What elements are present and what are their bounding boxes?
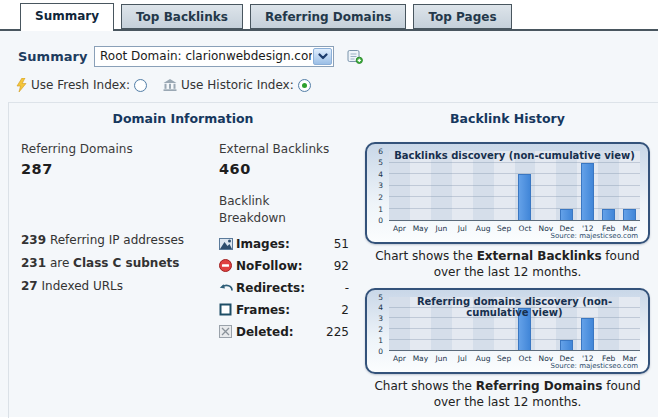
deleted-icon xyxy=(219,325,236,338)
chevron-down-icon[interactable] xyxy=(313,48,332,65)
chart-bar xyxy=(560,340,573,351)
breakdown-row: Redirects:- xyxy=(219,281,349,295)
backlink-history-column: Backlink History 6543210Backlinks discov… xyxy=(357,103,658,418)
breakdown-value: 2 xyxy=(341,303,349,317)
chart-source: Source: majesticseo.com xyxy=(551,362,638,370)
plot-area xyxy=(389,151,640,221)
y-axis: 6543210 xyxy=(367,151,386,221)
frames-icon xyxy=(219,303,236,316)
referring-domains-chart: 543210Referring domains discovery (non-c… xyxy=(365,288,650,374)
stat-line: 231 are Class C subnets xyxy=(21,256,219,270)
backlink-breakdown-list: Images:51NoFollow:92Redirects:-Frames:2D… xyxy=(219,237,357,339)
referring-domains-value: 287 xyxy=(21,161,219,177)
breakdown-row: Images:51 xyxy=(219,237,349,251)
lightning-icon xyxy=(16,78,27,92)
domain-information-title: Domain Information xyxy=(9,111,357,126)
y-axis: 543210 xyxy=(367,297,386,351)
fresh-index-label: Use Fresh Index: xyxy=(31,78,130,92)
breakdown-value: 92 xyxy=(334,259,349,273)
chart-title: Referring domains discovery (non-cumulat… xyxy=(389,296,640,318)
tab-top-backlinks[interactable]: Top Backlinks xyxy=(121,4,243,29)
breakdown-row: Deleted:225 xyxy=(219,325,349,339)
root-domain-select[interactable]: Root Domain: clarionwebdesign.com xyxy=(94,46,334,67)
chart-caption: Chart shows the External Backlinks found… xyxy=(373,249,642,280)
referring-domains-stat: Referring Domains 287 xyxy=(21,142,219,177)
tab-bar: SummaryTop BacklinksReferring DomainsTop… xyxy=(0,0,658,31)
fresh-index-radio[interactable] xyxy=(134,79,147,92)
breakdown-label: NoFollow: xyxy=(236,259,303,273)
chart-bar xyxy=(518,174,531,220)
stat-line: 27 Indexed URLs xyxy=(21,279,219,293)
breakdown-label: Deleted: xyxy=(236,325,294,339)
root-domain-select-value: Root Domain: clarionwebdesign.com xyxy=(95,49,312,63)
breakdown-value: - xyxy=(345,281,349,295)
index-toggle-row: Use Fresh Index: Use Historic Index: xyxy=(16,76,658,94)
create-report-icon[interactable] xyxy=(347,49,363,64)
chart-bar xyxy=(602,209,615,221)
external-backlinks-chart: 6543210Backlinks discovery (non-cumulati… xyxy=(365,142,650,244)
historic-index-label: Use Historic Index: xyxy=(181,78,294,92)
chart-bar xyxy=(623,209,636,221)
chart-caption: Chart shows the Referring Domains found … xyxy=(373,379,642,410)
summary-section-label: Summary xyxy=(18,49,78,64)
breakdown-row: Frames:2 xyxy=(219,303,349,317)
report-columns: Domain Information Referring Domains 287… xyxy=(8,102,658,418)
breakdown-row: NoFollow:92 xyxy=(219,259,349,273)
referring-domains-label: Referring Domains xyxy=(21,142,219,156)
backlink-breakdown-title: Backlink Breakdown xyxy=(219,193,299,228)
external-backlinks-label: External Backlinks xyxy=(219,142,357,156)
chart-bar xyxy=(560,209,573,221)
breakdown-label: Redirects: xyxy=(236,281,305,295)
summary-report: Summary Root Domain: clarionwebdesign.co… xyxy=(0,31,658,417)
breakdown-value: 51 xyxy=(334,237,349,251)
chart-bar xyxy=(581,163,594,221)
tab-summary[interactable]: Summary xyxy=(20,3,114,31)
ip-stats: 239 Referring IP addresses231 are Class … xyxy=(21,193,219,347)
historic-index-radio[interactable] xyxy=(298,79,311,92)
chart-source: Source: majesticseo.com xyxy=(551,232,638,240)
chart-title: Backlinks discovery (non-cumulative view… xyxy=(389,150,640,161)
stat-line: 239 Referring IP addresses xyxy=(21,233,219,247)
tab-top-pages[interactable]: Top Pages xyxy=(413,4,511,29)
images-icon xyxy=(219,238,236,250)
backlink-breakdown: Backlink Breakdown Images:51NoFollow:92R… xyxy=(219,193,357,347)
backlink-history-title: Backlink History xyxy=(363,111,652,126)
domain-information-column: Domain Information Referring Domains 287… xyxy=(9,103,357,418)
report-controls: Summary Root Domain: clarionwebdesign.co… xyxy=(18,45,658,67)
breakdown-label: Frames: xyxy=(236,303,290,317)
breakdown-label: Images: xyxy=(236,237,290,251)
nofollow-icon xyxy=(219,259,236,272)
tab-referring-domains[interactable]: Referring Domains xyxy=(250,4,407,29)
bank-icon xyxy=(163,79,177,91)
external-backlinks-value: 460 xyxy=(219,161,357,177)
external-backlinks-stat: External Backlinks 460 xyxy=(219,142,357,177)
redirects-icon xyxy=(219,282,236,293)
chart-bar xyxy=(581,318,594,350)
breakdown-value: 225 xyxy=(326,325,349,339)
